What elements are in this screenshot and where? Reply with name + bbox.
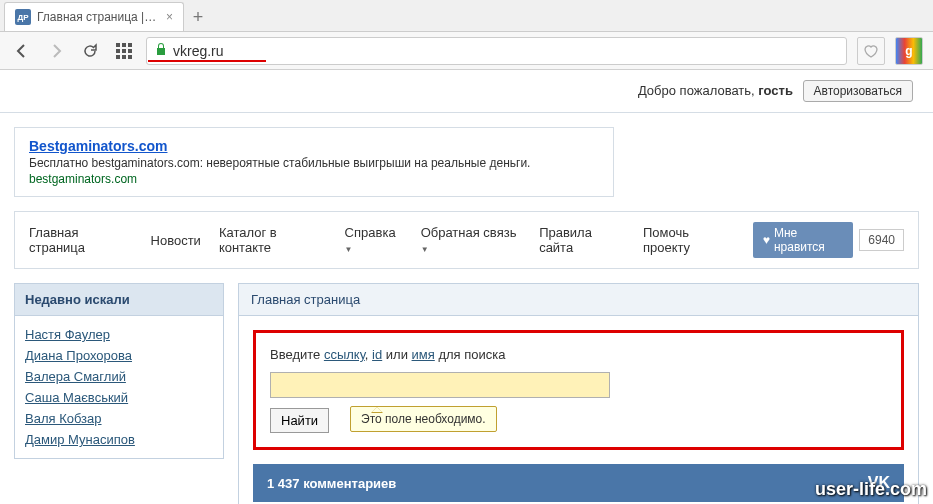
like-button[interactable]: ♥ Мне нравится [753, 222, 854, 258]
main-title: Главная страница [239, 284, 918, 316]
comments-header[interactable]: 1 437 комментариев VK [253, 464, 904, 502]
browser-tab[interactable]: ДР Главная страница | Дата р × [4, 2, 184, 31]
search-label: Введите ссылку, id или имя для поиска [270, 347, 887, 362]
watermark: user-life.com [815, 479, 927, 500]
tab-favicon: ДР [15, 9, 31, 25]
login-button[interactable]: Авторизоваться [803, 80, 913, 102]
link-imya[interactable]: имя [412, 347, 435, 362]
recent-search-link[interactable]: Саша Маєвський [25, 387, 213, 408]
tab-close-icon[interactable]: × [166, 10, 173, 24]
comments-count: 1 437 комментариев [267, 476, 396, 491]
ad-url: bestgaminators.com [29, 172, 599, 186]
nav-home[interactable]: Главная страница [29, 225, 133, 255]
search-block: Введите ссылку, id или имя для поиска На… [253, 330, 904, 450]
lock-icon [155, 42, 167, 59]
ad-title[interactable]: Bestgaminators.com [29, 138, 599, 154]
tab-title: Главная страница | Дата р [37, 10, 158, 24]
google-search-button[interactable]: g [895, 37, 923, 65]
nav-support[interactable]: Помочь проекту [643, 225, 735, 255]
new-tab-button[interactable]: + [184, 3, 212, 31]
nav-help[interactable]: Справка [345, 225, 403, 255]
apps-button[interactable] [112, 39, 136, 63]
nav-news[interactable]: Новости [151, 233, 201, 248]
browser-tab-strip: ДР Главная страница | Дата р × + [0, 0, 933, 32]
ad-description: Бесплатно bestgaminators.com: невероятны… [29, 156, 599, 170]
welcome-bar: Добро пожаловать, гость Авторизоваться [0, 70, 933, 113]
back-button[interactable] [10, 39, 34, 63]
link-ssylku[interactable]: ссылку [324, 347, 365, 362]
search-input[interactable] [270, 372, 610, 398]
recent-search-link[interactable]: Валя Кобзар [25, 408, 213, 429]
nav-catalog[interactable]: Каталог в контакте [219, 225, 327, 255]
nav-rules[interactable]: Правила сайта [539, 225, 625, 255]
sidebar: Недавно искали Настя Фаулер Диана Прохор… [14, 283, 224, 459]
recent-search-link[interactable]: Дамир Мунасипов [25, 429, 213, 450]
forward-button[interactable] [44, 39, 68, 63]
link-id[interactable]: id [372, 347, 382, 362]
bookmark-button[interactable] [857, 37, 885, 65]
like-count: 6940 [859, 229, 904, 251]
page-content: Добро пожаловать, гость Авторизоваться B… [0, 70, 933, 504]
like-label: Мне нравится [774, 226, 843, 254]
main-column: Главная страница Введите ссылку, id или … [238, 283, 919, 504]
url-text: vkreg.ru [173, 43, 224, 59]
recent-search-link[interactable]: Валера Смаглий [25, 366, 213, 387]
validation-tooltip: Это поле необходимо. [350, 406, 497, 432]
ad-block[interactable]: Bestgaminators.com Бесплатно bestgaminat… [14, 127, 614, 197]
highlight-underline [148, 60, 266, 62]
nav-feedback[interactable]: Обратная связь [421, 225, 522, 255]
apps-grid-icon [116, 43, 132, 59]
welcome-text: Добро пожаловать, [638, 83, 758, 98]
sidebar-title: Недавно искали [15, 284, 223, 316]
guest-label: гость [758, 83, 793, 98]
find-button[interactable]: Найти [270, 408, 329, 433]
reload-button[interactable] [78, 39, 102, 63]
heart-icon: ♥ [763, 233, 770, 247]
browser-toolbar: vkreg.ru g [0, 32, 933, 70]
recent-search-link[interactable]: Настя Фаулер [25, 324, 213, 345]
recent-search-link[interactable]: Диана Прохорова [25, 345, 213, 366]
main-nav: Главная страница Новости Каталог в конта… [14, 211, 919, 269]
